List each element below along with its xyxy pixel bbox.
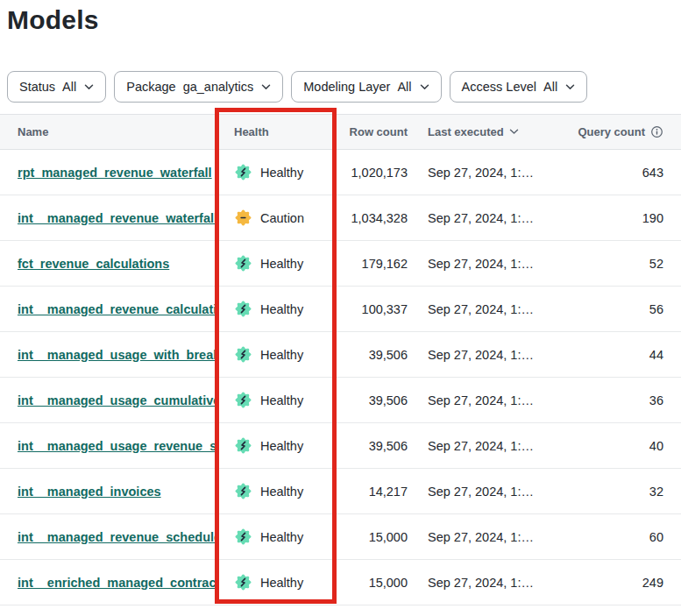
health-label: Healthy (260, 166, 303, 180)
health-label: Healthy (260, 302, 303, 316)
header-query-count: Query count (576, 125, 681, 138)
health-label: Caution (260, 211, 304, 225)
zap-icon (234, 345, 252, 364)
health-cell: Healthy (215, 527, 335, 546)
filter-label: Access Level (462, 80, 536, 94)
last-executed-cell: Sep 27, 2024, 1:… (408, 166, 576, 180)
name-cell: int__managed_revenue_schedule_… (0, 530, 215, 544)
filter-status[interactable]: Status All (7, 71, 106, 103)
chevron-down-icon (565, 84, 575, 90)
health-label: Healthy (260, 348, 303, 362)
health-cell: Healthy (215, 254, 335, 273)
query-count-cell: 52 (576, 257, 681, 271)
page-title: Models (7, 5, 681, 35)
row-count-cell: 39,506 (335, 439, 408, 453)
query-count-cell: 44 (576, 348, 681, 362)
health-cell: Healthy (215, 163, 335, 181)
zap-icon (234, 254, 252, 273)
model-link[interactable]: int__managed_revenue_schedule_… (18, 530, 215, 544)
zap-icon (234, 436, 252, 455)
model-link[interactable]: int__managed_invoices (18, 485, 161, 499)
zap-icon (234, 163, 252, 181)
health-cell: Caution (215, 209, 335, 227)
header-row-count: Row count (335, 125, 408, 138)
filter-value: All (62, 80, 76, 94)
query-count-cell: 643 (576, 166, 681, 180)
model-link[interactable]: rpt_managed_revenue_waterfall (18, 166, 212, 180)
table-row: int__managed_usage_cumulative_…Healthy39… (0, 378, 681, 423)
row-count-cell: 39,506 (335, 348, 408, 362)
models-table: Name Health Row count Last executed Quer… (0, 114, 681, 605)
filter-package[interactable]: Package ga_analytics (114, 71, 283, 103)
header-name: Name (0, 125, 215, 138)
last-executed-cell: Sep 27, 2024, 1:… (408, 393, 576, 407)
name-cell: int__managed_usage_with_breaka… (0, 348, 215, 362)
health-cell: Healthy (215, 345, 335, 364)
row-count-cell: 15,000 (335, 530, 408, 544)
last-executed-cell: Sep 27, 2024, 1:… (408, 576, 576, 590)
chevron-down-icon (261, 84, 271, 90)
table-row: int__managed_revenue_waterfallCaution1,0… (0, 195, 681, 241)
filter-label: Modeling Layer (303, 80, 390, 94)
header-health: Health (215, 125, 335, 138)
model-link[interactable]: fct_revenue_calculations (18, 257, 169, 271)
query-count-cell: 60 (576, 530, 681, 544)
info-icon[interactable] (650, 125, 663, 138)
table-row: int__enriched_managed_contractsHealthy15… (0, 560, 681, 605)
last-executed-cell: Sep 27, 2024, 1:… (408, 302, 576, 316)
model-link[interactable]: int__enriched_managed_contracts (18, 576, 215, 590)
zap-icon (234, 573, 252, 591)
model-link[interactable]: int__managed_revenue_waterfall (18, 211, 215, 225)
filter-label: Package (126, 80, 175, 94)
zap-icon (234, 482, 252, 500)
chevron-down-icon (84, 84, 94, 90)
table-row: int__managed_usage_with_breaka…Healthy39… (0, 332, 681, 378)
row-count-cell: 39,506 (335, 393, 408, 407)
model-link[interactable]: int__managed_usage_with_breaka… (18, 348, 215, 362)
table-row: rpt_managed_revenue_waterfallHealthy1,02… (0, 150, 681, 195)
filter-access-level[interactable]: Access Level All (450, 71, 588, 103)
minus-icon (234, 209, 252, 227)
health-label: Healthy (260, 439, 303, 453)
query-count-cell: 190 (576, 211, 681, 225)
health-label: Healthy (260, 257, 303, 271)
name-cell: int__managed_invoices (0, 485, 215, 499)
zap-icon (234, 391, 252, 409)
query-count-cell: 40 (576, 439, 681, 453)
row-count-cell: 1,020,173 (335, 166, 408, 180)
filter-bar: Status All Package ga_analytics Modeling… (7, 71, 681, 103)
health-cell: Healthy (215, 482, 335, 500)
name-cell: int__managed_revenue_waterfall (0, 211, 215, 225)
health-cell: Healthy (215, 436, 335, 455)
filter-label: Status (19, 80, 55, 94)
table-row: int__managed_revenue_schedule_…Healthy15… (0, 514, 681, 560)
health-cell: Healthy (215, 573, 335, 591)
last-executed-cell: Sep 27, 2024, 1:… (408, 257, 576, 271)
table-header: Name Health Row count Last executed Quer… (0, 114, 681, 150)
query-count-cell: 36 (576, 393, 681, 407)
last-executed-cell: Sep 27, 2024, 1:… (408, 485, 576, 499)
header-last-executed[interactable]: Last executed (408, 125, 576, 138)
last-executed-cell: Sep 27, 2024, 1:… (408, 530, 576, 544)
health-label: Healthy (260, 393, 303, 407)
health-cell: Healthy (215, 300, 335, 318)
chevron-down-icon (420, 84, 429, 90)
query-count-cell: 32 (576, 485, 681, 499)
name-cell: int__managed_usage_cumulative_… (0, 393, 215, 407)
model-link[interactable]: int__managed_usage_cumulative_… (18, 393, 215, 407)
name-cell: int__managed_revenue_calculations (0, 302, 215, 316)
row-count-cell: 15,000 (335, 576, 408, 590)
health-label: Healthy (260, 576, 303, 590)
zap-icon (234, 527, 252, 546)
filter-modeling-layer[interactable]: Modeling Layer All (291, 71, 441, 103)
query-count-cell: 56 (576, 302, 681, 316)
table-row: fct_revenue_calculationsHealthy179,162Se… (0, 241, 681, 287)
filter-value: All (397, 80, 411, 94)
table-row: int__managed_invoicesHealthy14,217Sep 27… (0, 469, 681, 514)
filter-value: ga_analytics (183, 80, 254, 94)
last-executed-cell: Sep 27, 2024, 1:… (408, 348, 576, 362)
model-link[interactable]: int__managed_revenue_calculations (18, 302, 215, 316)
query-count-cell: 249 (576, 576, 681, 590)
model-link[interactable]: int__managed_usage_revenue_sc… (18, 439, 215, 453)
health-label: Healthy (260, 485, 303, 499)
